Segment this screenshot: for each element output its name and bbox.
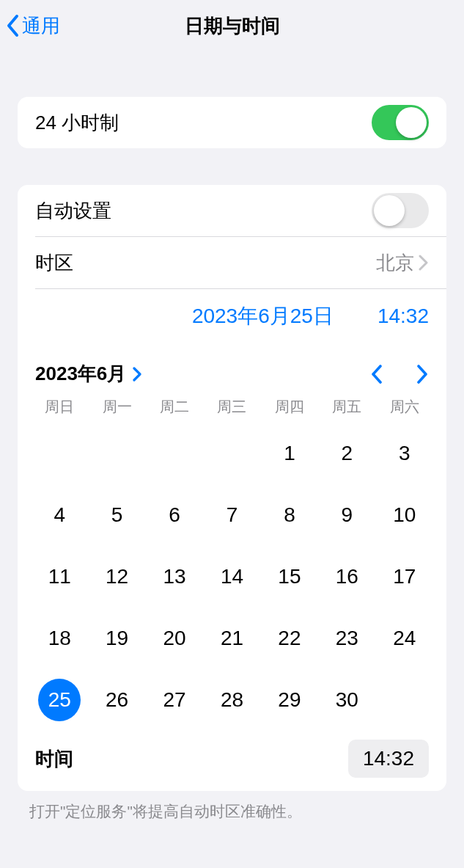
calendar-day[interactable]: 28 — [203, 669, 260, 731]
calendar-day[interactable]: 18 — [31, 608, 88, 669]
chevron-right-icon — [132, 367, 142, 382]
calendar-day[interactable]: 4 — [31, 484, 88, 546]
calendar-day[interactable]: 30 — [318, 669, 375, 731]
calendar-day — [376, 669, 433, 731]
calendar-day — [88, 423, 145, 484]
prev-month-button[interactable] — [370, 364, 383, 384]
time-picker-button[interactable]: 14:32 — [348, 740, 429, 778]
current-time-button[interactable]: 14:32 — [378, 304, 429, 328]
calendar-day[interactable]: 26 — [88, 669, 145, 731]
weekday-label: 周六 — [376, 397, 433, 417]
auto-set-toggle[interactable] — [372, 193, 429, 228]
calendar-day[interactable]: 16 — [318, 546, 375, 608]
calendar-day — [31, 423, 88, 484]
calendar-day[interactable]: 22 — [261, 608, 318, 669]
weekday-label: 周二 — [146, 397, 203, 417]
24hour-row: 24 小时制 — [18, 97, 446, 148]
week-header: 周日周一周二周三周四周五周六 — [18, 397, 446, 423]
next-month-button[interactable] — [416, 364, 429, 384]
weekday-label: 周一 — [88, 397, 145, 417]
timezone-label: 时区 — [35, 250, 73, 276]
current-date-button[interactable]: 2023年6月25日 — [192, 302, 334, 330]
timezone-row[interactable]: 时区 北京 — [18, 237, 446, 288]
calendar-day — [146, 423, 203, 484]
calendar-day[interactable]: 6 — [146, 484, 203, 546]
weekday-label: 周三 — [203, 397, 260, 417]
calendar-day[interactable]: 1 — [261, 423, 318, 484]
chevron-right-icon — [419, 255, 429, 271]
calendar-day[interactable]: 7 — [203, 484, 260, 546]
back-button[interactable]: 通用 — [6, 13, 60, 39]
back-label: 通用 — [22, 13, 60, 39]
calendar-day[interactable]: 14 — [203, 546, 260, 608]
calendar-day[interactable]: 5 — [88, 484, 145, 546]
calendar-day[interactable]: 25 — [31, 669, 88, 731]
calendar-day[interactable]: 15 — [261, 546, 318, 608]
calendar-day[interactable]: 20 — [146, 608, 203, 669]
page-title: 日期与时间 — [0, 13, 464, 39]
weekday-label: 周四 — [261, 397, 318, 417]
calendar-day[interactable]: 2 — [318, 423, 375, 484]
month-year-button[interactable]: 2023年6月 — [35, 361, 142, 387]
time-label: 时间 — [35, 746, 73, 772]
calendar-day[interactable]: 3 — [376, 423, 433, 484]
calendar-day[interactable]: 19 — [88, 608, 145, 669]
calendar-day[interactable]: 12 — [88, 546, 145, 608]
calendar-day[interactable]: 10 — [376, 484, 433, 546]
auto-set-label: 自动设置 — [35, 198, 111, 224]
calendar-day[interactable]: 23 — [318, 608, 375, 669]
calendar-day[interactable]: 11 — [31, 546, 88, 608]
calendar-day[interactable]: 21 — [203, 608, 260, 669]
calendar-day[interactable]: 9 — [318, 484, 375, 546]
calendar-day[interactable]: 24 — [376, 608, 433, 669]
calendar-day[interactable]: 17 — [376, 546, 433, 608]
calendar-day — [203, 423, 260, 484]
month-year-label: 2023年6月 — [35, 361, 126, 387]
timezone-value: 北京 — [376, 250, 414, 276]
calendar-day[interactable]: 29 — [261, 669, 318, 731]
chevron-left-icon — [6, 14, 21, 37]
footer-hint: 打开"定位服务"将提高自动时区准确性。 — [0, 801, 464, 822]
24hour-label: 24 小时制 — [35, 110, 119, 136]
weekday-label: 周五 — [318, 397, 375, 417]
calendar-day[interactable]: 13 — [146, 546, 203, 608]
weekday-label: 周日 — [31, 397, 88, 417]
auto-set-row: 自动设置 — [18, 185, 446, 236]
calendar-day[interactable]: 8 — [261, 484, 318, 546]
24hour-toggle[interactable] — [372, 105, 429, 140]
calendar-day[interactable]: 27 — [146, 669, 203, 731]
